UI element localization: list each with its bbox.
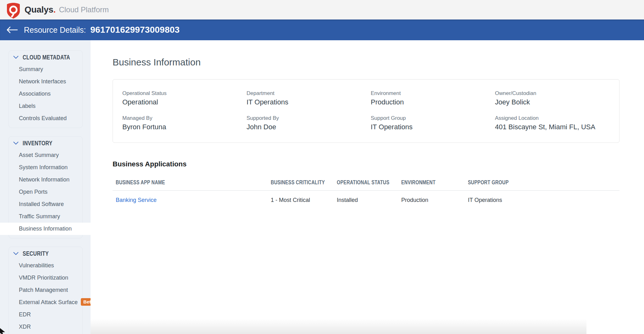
field-label: Supported By	[247, 115, 371, 121]
sidebar-section-header-cloud-metadata[interactable]: CLOUD METADATA	[9, 53, 82, 61]
table-header-row: BUSINESS APP NAME BUSINESS CRITICALITY O…	[113, 175, 619, 191]
brand-dot: .	[53, 5, 56, 15]
field-label: Department	[247, 90, 371, 97]
field-value: Byron Fortuna	[122, 123, 247, 131]
main-content: Business Information Operational Status …	[91, 40, 644, 334]
scroll-bottom-shadow	[91, 319, 586, 334]
sidebar-item-business-information[interactable]: Business Information	[0, 223, 91, 235]
sidebar-item-network-interfaces[interactable]: Network Interfaces	[0, 75, 91, 88]
info-field-supported-by: Supported By John Doe	[247, 115, 371, 131]
info-field-owner-custodian: Owner/Custodian Joey Bolick	[495, 90, 619, 106]
sidebar-section-inventory: INVENTORY Asset Summary System Informati…	[8, 136, 83, 238]
sidebar-item-labels[interactable]: Labels	[0, 100, 91, 112]
column-header-support-group: SUPPORT GROUP	[465, 175, 619, 191]
info-field-support-group: Support Group IT Operations	[371, 115, 495, 131]
info-field-managed-by: Managed By Byron Fortuna	[122, 115, 247, 131]
app-name-link[interactable]: Banking Service	[116, 197, 157, 203]
page-header-bar: Resource Details: 961701629973009803	[0, 19, 644, 40]
column-header-business-app-name: BUSINESS APP NAME	[113, 175, 268, 191]
content-area: CLOUD METADATA Summary Network Interface…	[0, 40, 644, 334]
field-value: IT Operations	[247, 98, 371, 106]
sidebar-item-network-information[interactable]: Network Information	[0, 174, 91, 186]
column-header-environment: ENVIRONMENT	[398, 175, 465, 191]
sidebar-section-label: SECURITY	[23, 250, 49, 257]
field-label: Owner/Custodian	[495, 90, 619, 97]
sidebar-item-xdr[interactable]: XDR	[0, 321, 91, 333]
sidebar-item-external-attack-surface[interactable]: External Attack SurfaceBeta	[0, 296, 91, 309]
info-field-environment: Environment Production	[371, 90, 495, 106]
cell-environment: Production	[398, 191, 465, 206]
info-field-department: Department IT Operations	[247, 90, 371, 106]
sidebar-section-cloud-metadata: CLOUD METADATA Summary Network Interface…	[8, 50, 83, 128]
sidebar-item-patch-management[interactable]: Patch Management	[0, 284, 91, 296]
back-arrow-icon	[6, 26, 18, 33]
field-label: Assigned Location	[495, 115, 619, 121]
business-info-panel: Operational Status Operational Departmen…	[113, 79, 619, 143]
sidebar-item-open-ports[interactable]: Open Ports	[0, 186, 91, 198]
sidebar-item-installed-software[interactable]: Installed Software	[0, 198, 91, 210]
qualys-logo-icon	[6, 3, 20, 19]
brand-name: Qualys	[25, 5, 53, 15]
sidebar-nav: CLOUD METADATA Summary Network Interface…	[0, 40, 91, 334]
sidebar-item-traffic-summary[interactable]: Traffic Summary	[0, 210, 91, 223]
cell-operational-status: Installed	[334, 191, 398, 206]
business-applications-table: BUSINESS APP NAME BUSINESS CRITICALITY O…	[113, 175, 619, 206]
sidebar-item-vmdr-prioritization[interactable]: VMDR Prioritization	[0, 272, 91, 284]
column-header-operational-status: OPERATIONAL STATUS	[334, 175, 398, 191]
field-value: John Doe	[247, 123, 371, 131]
sidebar-section-label: INVENTORY	[23, 140, 53, 147]
sidebar-section-header-security[interactable]: SECURITY	[9, 249, 82, 258]
sidebar-item-asset-summary[interactable]: Asset Summary	[0, 149, 91, 161]
page-header-title: Resource Details:	[24, 25, 86, 35]
sidebar-section-security: SECURITY Vulnerabilities VMDR Prioritiza…	[8, 247, 83, 334]
back-button[interactable]	[6, 26, 18, 33]
product-name: Cloud Platform	[59, 5, 109, 14]
table-row: Banking Service 1 - Most Critical Instal…	[113, 191, 619, 206]
field-label: Operational Status	[122, 90, 247, 97]
beta-badge: Beta	[81, 298, 91, 306]
chevron-down-icon	[13, 252, 19, 255]
field-value: Production	[371, 98, 495, 106]
page-title: Business Information	[113, 57, 644, 68]
sidebar-section-header-inventory[interactable]: INVENTORY	[9, 139, 82, 147]
field-label: Environment	[371, 90, 495, 97]
sidebar-section-label: CLOUD METADATA	[23, 54, 70, 61]
sidebar-item-edr[interactable]: EDR	[0, 309, 91, 321]
field-value: Operational	[122, 98, 247, 106]
sidebar-item-controls-evaluated[interactable]: Controls Evaluated	[0, 112, 91, 125]
field-value: IT Operations	[371, 123, 495, 131]
field-label: Managed By	[122, 115, 247, 121]
chevron-down-icon	[13, 142, 19, 145]
field-value: Joey Bolick	[495, 98, 619, 106]
sidebar-item-summary[interactable]: Summary	[0, 63, 91, 75]
resource-id: 961701629973009803	[90, 25, 180, 35]
business-applications-title: Business Applications	[113, 160, 644, 169]
column-header-business-criticality: BUSINESS CRITICALITY	[268, 175, 334, 191]
top-brand-bar: Qualys. Cloud Platform	[0, 0, 644, 19]
chevron-down-icon	[13, 56, 19, 59]
info-field-assigned-location: Assigned Location 401 Biscayne St, Miami…	[495, 115, 619, 131]
field-label: Support Group	[371, 115, 495, 121]
sidebar-item-vulnerabilities[interactable]: Vulnerabilities	[0, 259, 91, 272]
field-value: 401 Biscayne St, Miami FL, USA	[495, 123, 619, 131]
sidebar-item-label: External Attack Surface	[19, 299, 78, 305]
cell-business-criticality: 1 - Most Critical	[268, 191, 334, 206]
info-field-operational-status: Operational Status Operational	[122, 90, 247, 106]
mouse-cursor	[0, 327, 6, 334]
sidebar-item-system-information[interactable]: System Information	[0, 161, 91, 174]
cell-support-group: IT Operations	[465, 191, 619, 206]
sidebar-item-associations[interactable]: Associations	[0, 88, 91, 100]
